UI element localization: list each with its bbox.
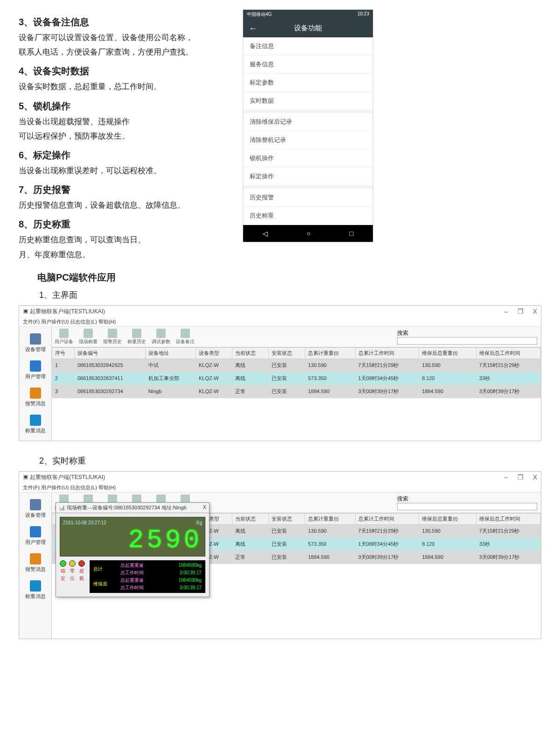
- sidebar-dev-mgmt[interactable]: 设备管理: [19, 495, 51, 522]
- tb-user-dev[interactable]: 用户设备: [52, 327, 76, 347]
- popup-title: 📊 现场称重---设备编号:0861853030292734 地址:Ningb: [59, 504, 187, 511]
- menu-item[interactable]: 标定参数: [243, 74, 373, 92]
- cell: 1天08时34分45秒: [355, 372, 419, 385]
- svg-rect-11: [30, 526, 41, 537]
- app-title: ▣ 起重物联客户端(TESTLIUKAI): [23, 473, 105, 481]
- sidebar-alarm-msg[interactable]: 报警消息: [19, 550, 51, 577]
- table-row[interactable]: 30861853030292734NingbKLQZ-W正常已安装1884.59…: [52, 385, 541, 398]
- cell: 573.350: [305, 372, 355, 385]
- cell: 已安装: [269, 385, 305, 398]
- table-row[interactable]: 10861853032842825中试KLQZ-W离线已安装130.5907天1…: [52, 359, 541, 372]
- cell: 3天00时39分17秒: [476, 550, 540, 564]
- section-text: 可以远程保护，预防事故发生。: [19, 130, 229, 142]
- tb-dev-remark[interactable]: 设备备注: [173, 327, 197, 347]
- window-titlebar: ▣ 起重物联客户端(TESTLIUKAI)–❐X: [19, 472, 541, 483]
- sidebar-weigh-msg[interactable]: 称重消息: [19, 411, 51, 438]
- menu-item[interactable]: 实时数据: [243, 92, 373, 110]
- sidebar-user-mgmt[interactable]: 用户管理: [19, 522, 51, 550]
- menu-item[interactable]: 清除维保后记录: [243, 113, 373, 131]
- nav-back-icon[interactable]: ◁: [263, 230, 268, 237]
- cell: 中试: [145, 359, 196, 372]
- min-button[interactable]: –: [504, 308, 508, 315]
- svg-rect-9: [181, 329, 190, 338]
- cell: 3天00时39分17秒: [476, 385, 540, 398]
- section-heading: 4、设备实时数据: [19, 65, 229, 78]
- svg-rect-10: [30, 499, 41, 510]
- search-input[interactable]: [397, 337, 537, 345]
- col-header: 序号: [52, 347, 75, 359]
- sidebar-user-mgmt[interactable]: 用户管理: [19, 357, 51, 384]
- section-heading: 6、标定操作: [19, 149, 229, 162]
- menubar[interactable]: 文件(F) 用户操作(U) 日志信息(L) 帮助(H): [19, 483, 541, 493]
- sidebar-weigh-msg[interactable]: 称重消息: [19, 577, 51, 604]
- table-row[interactable]: 20861853032837411机加工事业部KLQZ-W离线已安装573.35…: [52, 372, 541, 385]
- menubar[interactable]: 文件(F) 用户操作(U) 日志信息(L) 帮助(H): [19, 317, 541, 327]
- tb-live-weigh[interactable]: 现场称重: [76, 327, 100, 347]
- cell: 已安装: [269, 524, 305, 537]
- search-box: 搜索: [397, 495, 537, 510]
- live-weigh-icon: [84, 329, 93, 338]
- cell: 机加工事业部: [145, 372, 196, 385]
- section-text: 设备厂家可以设置设备位置、设备使用公司名称，: [19, 31, 229, 44]
- cell: 130.590: [419, 524, 476, 537]
- max-button[interactable]: ❐: [518, 308, 524, 315]
- cell: 33秒: [476, 372, 540, 385]
- alarm-hist-icon: [108, 329, 117, 338]
- menu-item[interactable]: 锁机操作: [243, 149, 373, 168]
- cell: 正常: [232, 550, 269, 564]
- tb-alarm-hist[interactable]: 报警历史: [100, 327, 125, 347]
- cell: KLQZ-W: [196, 385, 232, 398]
- lcd-unit: Kg: [196, 520, 202, 525]
- stats-panel: 总计总起重重量1884590kg 总工作时间3:00:39:17 维保后总起重重…: [90, 560, 205, 593]
- sidebar-dev-mgmt[interactable]: 设备管理: [19, 330, 51, 357]
- toolbar: 用户设备现场称重报警历史称重历史调试参数设备备注 搜索: [52, 327, 541, 347]
- back-icon[interactable]: ←: [249, 24, 257, 34]
- section-heading: 3、设备备注信息: [19, 16, 229, 28]
- tb-debug-param[interactable]: 调试参数: [149, 327, 173, 347]
- max-button[interactable]: ❐: [518, 473, 524, 481]
- cell: 正常: [232, 385, 269, 398]
- phone-navbar: ◁ ○ □: [243, 225, 373, 242]
- menu-item[interactable]: 标定操作: [243, 168, 373, 186]
- user-mgmt-icon: [30, 526, 41, 537]
- cell: 7天15时21分29秒: [476, 524, 540, 537]
- cell: 130.590: [419, 359, 476, 372]
- close-button[interactable]: X: [533, 473, 537, 481]
- led-stable-icon: [60, 560, 66, 567]
- menu-item[interactable]: 备注信息: [243, 37, 373, 56]
- cell: 8.120: [419, 537, 476, 550]
- nav-recent-icon[interactable]: □: [350, 230, 353, 237]
- col-header: 安装状态: [269, 347, 305, 359]
- menu-item[interactable]: 清除整机记录: [243, 131, 373, 149]
- svg-rect-8: [156, 329, 166, 338]
- lcd-display: 2161-10-08 23:27:12Kg 2590: [60, 517, 205, 557]
- search-input[interactable]: [397, 503, 537, 510]
- cell: 33秒: [476, 537, 540, 550]
- col-header: 当前状态: [232, 347, 269, 359]
- tb-weigh-hist[interactable]: 称重历史: [125, 327, 149, 347]
- popup-close-button[interactable]: X: [203, 504, 206, 511]
- alarm-msg-icon: [30, 388, 41, 399]
- menu-item[interactable]: 历史报警: [243, 189, 373, 207]
- svg-rect-0: [30, 333, 41, 345]
- user-mgmt-icon: [30, 360, 41, 372]
- cell: KLQZ-W: [196, 359, 232, 372]
- search-box: 搜索: [397, 329, 537, 345]
- svg-rect-2: [30, 388, 41, 399]
- col-header: 安装状态: [269, 513, 305, 524]
- close-button[interactable]: X: [533, 308, 537, 315]
- sidebar-alarm-msg[interactable]: 报警消息: [19, 384, 51, 411]
- col-header: 总累计重量(t): [305, 513, 355, 524]
- device-table: 序号设备编号设备地址设备类型当前状态安装状态总累计重量(t)总累计工作时间维保后…: [52, 347, 541, 398]
- cell: 130.590: [305, 359, 355, 372]
- lcd-timestamp: 2161-10-08 23:27:12: [63, 520, 106, 525]
- sub-realtime: 2、实时称重: [39, 455, 541, 466]
- nav-home-icon[interactable]: ○: [307, 230, 310, 237]
- col-header: 总累计工作时间: [355, 347, 419, 359]
- menu-item[interactable]: 服务信息: [243, 56, 373, 74]
- section-heading: 8、历史称重: [19, 218, 229, 231]
- lcd-value: 2590: [63, 527, 202, 553]
- section-heading: 5、锁机操作: [19, 100, 229, 113]
- min-button[interactable]: –: [504, 473, 508, 481]
- menu-item[interactable]: 历史称重: [243, 207, 373, 225]
